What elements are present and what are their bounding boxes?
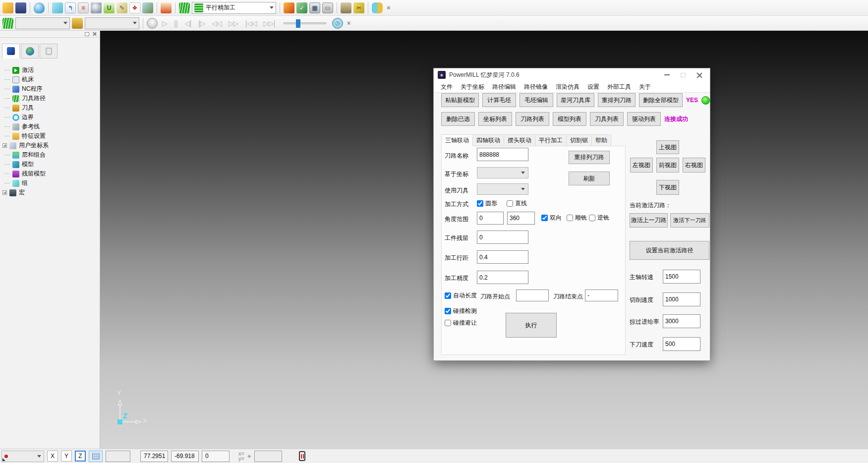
skip-end-button[interactable]: ▷▷| [261, 19, 278, 27]
axis-y-button[interactable]: Y [61, 451, 72, 462]
tool-select-dropdown[interactable] [85, 17, 139, 29]
panel-close-icon[interactable] [92, 32, 97, 36]
spindle-speed-input[interactable] [663, 270, 700, 284]
tab-3axis[interactable]: 三轴联动 [441, 134, 473, 146]
bidirectional-checkbox[interactable]: 双向 [541, 214, 562, 222]
clock-icon[interactable]: ◷ [332, 18, 343, 29]
collision-check-checkbox[interactable]: 碰撞检测 [445, 307, 477, 315]
coord-list-button[interactable]: 坐标列表 [478, 112, 512, 126]
tree-item-levels[interactable]: 层和组合 [5, 150, 100, 160]
view-bottom-button[interactable]: 下视图 [656, 180, 679, 195]
close-icon[interactable] [696, 72, 702, 78]
delete-selected-button[interactable]: 删除已选 [441, 112, 475, 126]
set-active-path-button[interactable]: 设置当前激活路径 [630, 241, 709, 260]
step-forward-button[interactable]: |▷ [196, 19, 207, 27]
menu-external-tools[interactable]: 外部工具 [603, 83, 635, 91]
tool-library-button[interactable]: 星河刀具库 [557, 93, 594, 107]
delete-all-models-button[interactable]: 删除全部模型 [639, 93, 683, 107]
view-left-button[interactable]: 左视图 [630, 158, 653, 173]
tab-trash[interactable] [40, 44, 58, 58]
view-top-button[interactable]: 上视图 [656, 140, 679, 154]
toolpath-list-button[interactable]: 刀路列表 [516, 112, 549, 126]
panel-grip[interactable] [0, 31, 100, 38]
fast-forward-button[interactable]: ▷▷ [226, 19, 241, 27]
dialog-titlebar[interactable]: ★ PowerMILL 忆梦星河 7.0.6 [434, 68, 710, 81]
tree-item-machine[interactable]: 机床 [5, 75, 100, 84]
tab-parallel[interactable]: 平行加工 [535, 134, 567, 146]
tool-flash-icon[interactable] [284, 2, 294, 13]
axis-x-button[interactable]: X [47, 451, 58, 462]
tree-item-groups[interactable]: 组 [5, 178, 100, 188]
feeds-speeds-icon[interactable]: ≡ [78, 2, 89, 13]
ball-tool-icon[interactable] [91, 2, 102, 13]
block-icon[interactable] [52, 2, 63, 13]
tab-help[interactable]: 帮助 [591, 134, 611, 146]
render-teapot-icon[interactable] [34, 2, 45, 13]
activate-prev-button[interactable]: 激活上一刀路 [630, 213, 668, 228]
model-list-button[interactable]: 模型列表 [553, 112, 586, 126]
menu-settings[interactable]: 设置 [583, 83, 603, 91]
angle-to-input[interactable] [507, 212, 535, 225]
climb-checkbox[interactable]: 顺铣 [567, 214, 587, 222]
stock-edit-button[interactable]: 毛坯编辑 [520, 93, 553, 107]
stepover-input[interactable] [477, 250, 528, 264]
rearrange-toolpaths-button[interactable]: 重排列刀路 [598, 93, 636, 107]
grid-size-field[interactable] [106, 451, 130, 462]
plunge-speed-input[interactable] [663, 337, 700, 351]
tool-list-button[interactable]: 刀具列表 [590, 112, 624, 126]
toolpath-name-input[interactable] [477, 148, 528, 161]
ruler-icon[interactable]: ▭ [322, 2, 333, 13]
tree-item-boundary[interactable]: 边界 [5, 113, 100, 122]
mode-circle-checkbox[interactable]: 圆形 [477, 199, 497, 208]
cutting-speed-input[interactable] [663, 292, 700, 306]
menu-coords[interactable]: 关于坐标 [457, 83, 488, 91]
scissors-icon[interactable]: ✂ [353, 2, 364, 13]
open-file-icon[interactable] [2, 2, 13, 13]
tree-item-workplanes[interactable]: 用户坐标系 [5, 141, 100, 150]
menu-path-mirror[interactable]: 路径镜像 [520, 83, 552, 91]
strategy-dropdown[interactable]: 平行精加工 [192, 2, 276, 14]
rearrange-button[interactable]: 重排列刀路 [569, 151, 610, 164]
point-distribution-icon[interactable]: ❖ [129, 2, 140, 13]
tree-item-feature-set[interactable]: 特征设置 [5, 131, 100, 141]
tab-tilt-head[interactable]: 摆头联动 [504, 134, 535, 146]
workplane-dropdown[interactable] [1, 451, 44, 462]
tree-item-stock-models[interactable]: 残留模型 [5, 169, 100, 178]
slider-handle[interactable] [296, 19, 300, 28]
toolpath-select-dropdown[interactable] [15, 17, 70, 29]
skip-start-button[interactable]: |◁◁ [242, 19, 259, 27]
toolbar-close-icon[interactable]: × [345, 19, 353, 27]
view-front-button[interactable]: 前视图 [656, 158, 679, 173]
refresh-button[interactable]: 刷新 [569, 172, 610, 185]
maximize-icon[interactable] [681, 73, 686, 77]
expander-plus-icon[interactable] [2, 143, 7, 148]
tab-hierarchy[interactable] [2, 44, 20, 58]
calc-stock-button[interactable]: 计算毛坯 [482, 93, 516, 107]
coord-dropdown[interactable] [477, 167, 528, 178]
view-right-button[interactable]: 右视图 [683, 158, 705, 173]
speed-slider[interactable] [284, 22, 326, 24]
bulb-icon[interactable] [147, 18, 158, 29]
minimize-icon[interactable] [664, 74, 670, 75]
end-point-input[interactable] [585, 289, 618, 301]
tab-saw[interactable]: 切割锯 [566, 134, 592, 146]
drive-list-button[interactable]: 驱动列表 [627, 112, 661, 126]
rewind-button[interactable]: ◁◁ [209, 19, 224, 27]
tab-globe[interactable] [21, 44, 39, 58]
toolpath-spring-icon[interactable] [179, 2, 190, 13]
axis-z-button[interactable]: Z [75, 451, 86, 462]
toolbar-close-icon[interactable]: × [385, 4, 393, 11]
execute-button[interactable]: 执行 [506, 313, 557, 338]
play-button[interactable]: ▷ [160, 19, 170, 27]
tool-pair-icon[interactable] [341, 2, 351, 13]
grid-snap-button[interactable] [89, 451, 103, 462]
tolerance-input[interactable] [477, 271, 528, 284]
pencil-curve-icon[interactable]: ✎ [116, 2, 127, 13]
menu-about[interactable]: 关于 [635, 83, 655, 91]
menu-path-edit[interactable]: 路径编辑 [488, 83, 520, 91]
auto-length-checkbox[interactable]: 自动长度 [445, 291, 477, 300]
tab-4axis[interactable]: 四轴联动 [472, 134, 504, 146]
tree-item-activate[interactable]: 激活 [5, 65, 100, 75]
tree-item-nc-program[interactable]: NC程序 [5, 84, 100, 94]
collision-avoid-checkbox[interactable]: 碰撞避让 [445, 319, 477, 327]
